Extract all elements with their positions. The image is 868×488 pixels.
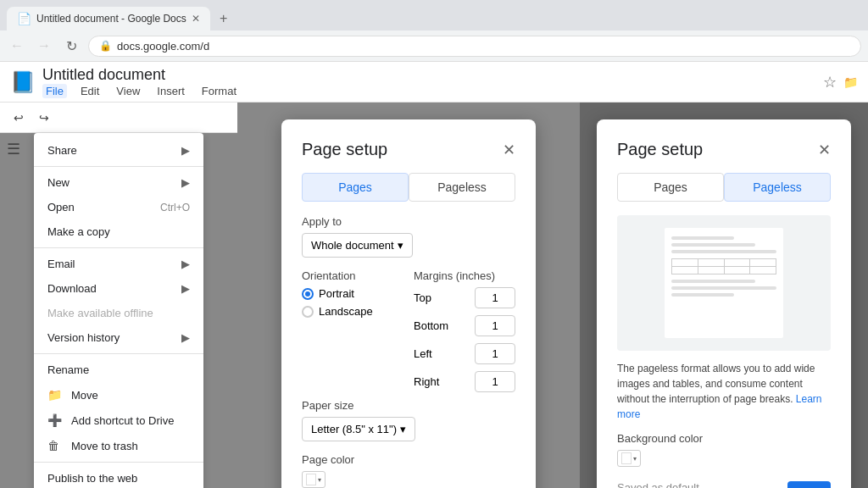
cell-5 (672, 267, 698, 274)
active-tab[interactable]: 📄 Untitled document - Google Docs ✕ (7, 7, 210, 30)
preview-line-4 (671, 280, 755, 283)
divider-3 (34, 353, 203, 354)
bg-swatch-box (621, 452, 632, 464)
cancel-pageless-btn[interactable]: Cancel (720, 481, 781, 488)
dialog-pages-tabs: Pages Pageless (302, 173, 515, 202)
docs-tab-icon: 📄 (17, 12, 31, 25)
lock-icon: 🔒 (99, 40, 112, 52)
version-label: Version history (47, 331, 120, 344)
preview-line-6 (671, 293, 734, 297)
star-btn[interactable]: ☆ (823, 73, 837, 92)
toolbar-undo[interactable]: ↩ (7, 106, 31, 130)
menu-insert[interactable]: Insert (153, 84, 188, 98)
page-color-label: Page color (302, 453, 515, 466)
menu-version[interactable]: Version history ▶ (34, 325, 203, 350)
margin-left-input[interactable] (475, 343, 515, 364)
paper-size-label: Paper size (302, 399, 515, 412)
portrait-radio[interactable] (302, 288, 314, 300)
landscape-label: Landscape (319, 305, 373, 318)
doc-title-area: Untitled document File Edit View Insert … (42, 66, 240, 98)
email-label: Email (47, 258, 75, 270)
menu-publish[interactable]: Publish to the web (34, 466, 203, 488)
tab-pageless[interactable]: Pageless (409, 173, 515, 202)
margins-section: Margins (inches) Top Bottom Left Rig (414, 269, 515, 399)
page-setup-pages-dialog: Page setup ✕ Pages Pageless Apply to Who… (281, 119, 536, 488)
tab-pageless-pageless-dialog[interactable]: Pageless (724, 173, 831, 202)
menu-shortcut[interactable]: ➕ Add shortcut to Drive (34, 408, 203, 433)
landscape-radio[interactable] (302, 306, 314, 318)
move-label: Move (71, 389, 98, 402)
dialog-pageless-tabs: Pages Pageless (617, 173, 831, 202)
cell-3 (725, 259, 750, 266)
menu-new[interactable]: New ▶ (34, 170, 203, 195)
dialog-pages-close-btn[interactable]: ✕ (503, 141, 515, 159)
apply-to-value: Whole document (311, 239, 394, 252)
paper-size-select[interactable]: Letter (8.5" x 11") ▾ (302, 417, 415, 441)
doc-area: ↩ ↪ ☰ Share ▶ New ▶ Open Ctrl+O Make a c… (0, 103, 237, 488)
menu-offline: Make available offline (34, 301, 203, 325)
margin-top-row: Top (414, 287, 515, 308)
page-color-swatch[interactable]: ▾ (302, 471, 326, 488)
trash-label: Move to trash (71, 440, 138, 452)
margin-left-row: Left (414, 343, 515, 364)
dialog-pageless-header: Page setup ✕ (617, 140, 831, 159)
dialog-pages-title: Page setup (302, 140, 387, 159)
apply-to-select[interactable]: Whole document ▾ (302, 233, 413, 258)
bg-swatch-arrow-icon: ▾ (633, 455, 637, 463)
doc-title[interactable]: Untitled document (42, 66, 240, 84)
new-tab-btn[interactable]: + (214, 8, 234, 29)
cell-1 (672, 259, 698, 266)
margins-label: Margins (inches) (414, 269, 515, 282)
forward-btn[interactable]: → (34, 36, 54, 56)
menu-download[interactable]: Download ▶ (34, 276, 203, 301)
menu-move[interactable]: 📁 Move (34, 382, 203, 408)
dialog-pageless-close-btn[interactable]: ✕ (818, 141, 831, 159)
docs-app-icon: 📘 (10, 70, 36, 94)
header-icons: ☆ 📁 (823, 73, 858, 92)
margin-right-input[interactable] (475, 371, 515, 392)
menu-edit[interactable]: Edit (77, 84, 103, 98)
drive-btn[interactable]: 📁 (843, 75, 858, 89)
shortcut-icon: ➕ (47, 413, 63, 427)
bg-color-swatch[interactable]: ▾ (617, 450, 641, 467)
dialogs-container: Page setup ✕ Pages Pageless Apply to Who… (237, 103, 580, 488)
app-header: 📘 Untitled document File Edit View Inser… (0, 62, 868, 103)
reload-btn[interactable]: ↻ (61, 36, 81, 56)
margin-bottom-input[interactable] (475, 315, 515, 336)
address-bar[interactable]: 🔒 docs.google.com/d (88, 36, 861, 57)
orientation-label: Orientation (302, 269, 400, 282)
preview-table (671, 258, 776, 274)
landscape-option[interactable]: Landscape (302, 305, 400, 318)
tab-pages[interactable]: Pages (302, 173, 409, 202)
pageless-preview (617, 215, 831, 351)
menu-file[interactable]: File (42, 84, 67, 98)
menu-email[interactable]: Email ▶ (34, 252, 203, 276)
tab-pages-pageless-dialog[interactable]: Pages (617, 173, 724, 202)
back-btn[interactable]: ← (7, 36, 27, 56)
preview-line-5 (671, 286, 776, 290)
menu-rename[interactable]: Rename (34, 358, 203, 382)
ok-pageless-btn[interactable]: OK (787, 481, 831, 488)
orientation-margins-row: Orientation Portrait Landscape Margins ( (302, 269, 515, 399)
tab-close-btn[interactable]: ✕ (192, 13, 200, 25)
sidebar-toggle[interactable]: ☰ (7, 140, 20, 158)
bg-color-label: Background color (617, 432, 831, 445)
tab-bar: 📄 Untitled document - Google Docs ✕ + (0, 0, 868, 30)
orientation-radio-group: Portrait Landscape (302, 287, 400, 318)
menu-format[interactable]: Format (198, 84, 240, 98)
right-panel: Page setup ✕ Pages Pageless (580, 103, 868, 488)
url-text: docs.google.com/d (117, 40, 209, 53)
margin-right-label: Right (414, 375, 439, 388)
toolbar-redo[interactable]: ↪ (32, 106, 56, 130)
menu-bar: File Edit View Insert Format (42, 84, 240, 98)
margin-top-input[interactable] (475, 287, 515, 308)
apply-to-arrow-icon: ▾ (398, 239, 403, 252)
publish-label: Publish to the web (47, 472, 137, 485)
menu-view[interactable]: View (113, 84, 143, 98)
menu-copy[interactable]: Make a copy (34, 219, 203, 244)
menu-share[interactable]: Share ▶ (34, 138, 203, 163)
apply-to-label: Apply to (302, 215, 515, 228)
portrait-option[interactable]: Portrait (302, 287, 400, 300)
menu-trash[interactable]: 🗑 Move to trash (34, 433, 203, 458)
menu-open[interactable]: Open Ctrl+O (34, 195, 203, 219)
